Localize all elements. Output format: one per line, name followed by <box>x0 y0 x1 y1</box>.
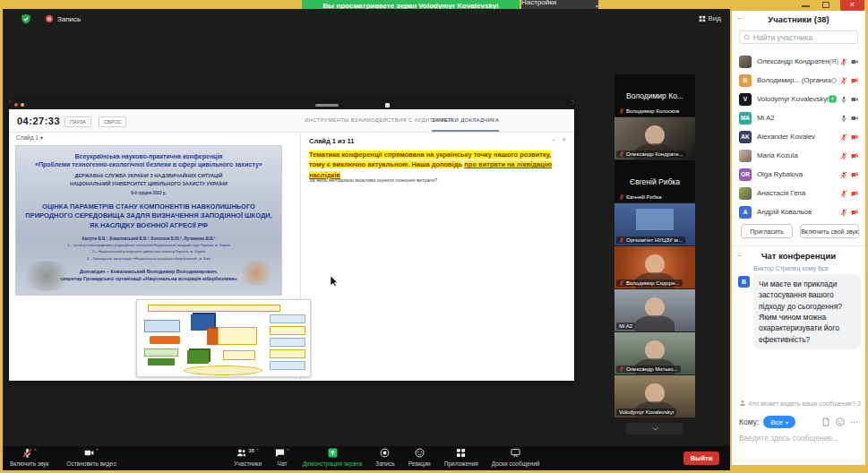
maximize-button[interactable] <box>822 2 829 8</box>
participant-row[interactable]: MA Mi A2 <box>732 108 865 127</box>
participant-name: Alexander Kovalev <box>757 133 840 141</box>
view-label: Вид <box>709 14 721 22</box>
minimize-button[interactable] <box>802 5 810 7</box>
participant-name: Андрій Ковальов <box>757 208 840 216</box>
smiley-icon <box>415 448 425 458</box>
notes-zoom-controls: - + <box>553 135 566 144</box>
timer-reset-button[interactable]: Сброс <box>99 116 126 127</box>
next-slide-thumbnail[interactable] <box>136 299 311 377</box>
slide-authors: Калугін В.В.¹, Ковалевський В.В.³, Колос… <box>24 236 273 241</box>
window-dot-yellow[interactable] <box>21 103 24 107</box>
diagram-box <box>270 361 305 370</box>
chat-recipient-row: Кому: Все ▾ ⋯ <box>739 416 858 428</box>
participant-row[interactable]: V Volodymyr Kovalevskyi <box>732 90 865 108</box>
meeting-toolbar: ^ Включить звук ^ Остановить видео 38^ У… <box>3 446 730 470</box>
video-options-caret[interactable]: ^ <box>96 448 99 453</box>
video-tile[interactable]: Володимир Сидоре... <box>614 246 695 288</box>
participants-panel-title: Участники (38) <box>732 14 865 24</box>
mute-options-caret[interactable]: ^ <box>34 448 37 453</box>
participant-search-box[interactable] <box>739 30 858 44</box>
participant-name: Olga Rybalova <box>757 170 840 178</box>
zoom-out-icon[interactable]: - <box>553 135 555 144</box>
chat-options-caret[interactable]: ^ <box>287 448 289 453</box>
screen: Вы просматриваете экран Volodymyr Kovale… <box>0 0 868 473</box>
window-dot-red[interactable] <box>14 103 18 107</box>
video-tile-label: Оргкомітет НУЦЗУ м... <box>616 236 685 244</box>
chat-message-input[interactable] <box>739 434 858 443</box>
reactions-label: Реакции <box>408 460 431 467</box>
unmute-self-button[interactable]: Включить свой звук <box>800 224 859 238</box>
avatar: В <box>739 74 752 87</box>
participant-row[interactable]: AK Alexander Kovalev <box>732 127 865 146</box>
muted-mic-icon <box>22 448 32 458</box>
collapse-video-strip-button[interactable] <box>626 423 683 434</box>
participants-button[interactable]: 38^ Участники <box>234 448 262 467</box>
more-options-icon[interactable]: ⋯ <box>850 417 858 426</box>
presentation-timer: 04:27:33 <box>17 116 60 126</box>
recording-indicator[interactable]: Запись <box>45 14 81 23</box>
video-tile[interactable]: Олександр Митько... <box>614 332 695 374</box>
stop-video-button[interactable]: ^ Остановить видео <box>66 448 116 467</box>
muted-mic-icon <box>840 58 847 65</box>
participant-row[interactable]: Maria Kozula <box>732 146 865 165</box>
self-indicator: (Я) <box>829 57 838 65</box>
file-attach-icon[interactable] <box>821 417 830 426</box>
diagram-box <box>148 358 175 366</box>
video-tile[interactable]: Mi A2 <box>614 289 695 331</box>
meeting-window: Запись Вид 04:27:33 Пауза Сброс ИНСТРУМЕ… <box>3 9 730 470</box>
speaker-notes-pane: Слайд 1 из 11 - + Тематика конференції с… <box>300 133 574 381</box>
reactions-button[interactable]: Реакции <box>408 448 431 467</box>
video-tile-name: Volodymyr Kovalevskyi <box>619 409 674 415</box>
grid-view-icon <box>699 15 706 22</box>
record-button[interactable]: Запись <box>375 448 394 467</box>
close-button[interactable]: × <box>840 0 864 11</box>
chat-recipient-value: Все <box>770 418 783 426</box>
diagram-box <box>270 338 305 347</box>
diagram-box <box>270 314 305 323</box>
chat-visibility-notice[interactable]: Кто может видеть ваши сообщения? Запись … <box>739 400 861 407</box>
participant-name: Володимир... (Организатор) <box>757 76 831 84</box>
zoom-in-icon[interactable]: + <box>562 135 566 144</box>
diagram-ellipse <box>184 366 262 375</box>
slide-selector[interactable]: Слайд 1 ▾ <box>16 134 43 142</box>
search-input[interactable] <box>753 33 854 42</box>
slide-conference-line2: «Проблеми техногенно-екологічної безпеки… <box>24 160 273 168</box>
participant-row[interactable]: Анастасія Гепа <box>732 184 865 202</box>
chat-label: Чат <box>278 460 288 467</box>
security-shield-icon[interactable] <box>21 13 31 24</box>
participant-row[interactable]: А Андрій Ковальов <box>732 202 865 221</box>
invite-button[interactable]: Пригласить <box>741 224 793 238</box>
apps-button[interactable]: Приложения <box>444 448 478 467</box>
chat-recipient-dropdown[interactable]: Все ▾ <box>763 416 795 428</box>
video-tile-name: Володимир Сидоре... <box>626 280 680 286</box>
mic-icon <box>840 96 847 103</box>
mute-button[interactable]: ^ Включить звук <box>10 448 48 467</box>
video-tile[interactable]: Олександр Кондрате... <box>614 117 695 159</box>
leave-button[interactable]: Выйти <box>683 452 719 465</box>
participants-options-caret[interactable]: ^ <box>256 448 259 453</box>
video-tile-name: Євгеній Рибка <box>626 194 661 200</box>
video-tile[interactable]: Володимир Ко... Володимир Колосков <box>614 74 695 116</box>
video-tile-active-speaker[interactable]: Volodymyr Kovalevskyi <box>614 375 695 417</box>
current-slide[interactable]: Всеукраїнська науково-практична конферен… <box>15 145 282 296</box>
slide-conference-line1: Всеукраїнська науково-практична конферен… <box>24 152 273 160</box>
timer-pause-button[interactable]: Пауза <box>64 116 91 127</box>
person-silhouette <box>645 383 665 403</box>
view-button[interactable]: Вид <box>699 14 721 22</box>
video-tile-label: Volodymyr Kovalevskyi <box>616 408 676 416</box>
video-tile[interactable]: Оргкомітет НУЦЗУ м... <box>614 203 695 245</box>
whiteboards-button[interactable]: Доски сообщений <box>492 448 540 467</box>
share-screen-button[interactable]: Демонстрация экрана <box>303 448 362 467</box>
chat-to-label: Кому: <box>739 417 759 426</box>
participant-row[interactable]: Олександр Кондратенко (... (Я) <box>732 52 865 71</box>
window-title-icon <box>385 103 390 108</box>
video-tile[interactable]: Євгеній Рибка Євгеній Рибка <box>614 160 695 202</box>
participant-row[interactable]: OR Olga Rybalova <box>732 165 865 184</box>
emoji-icon[interactable] <box>836 417 845 426</box>
chat-button[interactable]: ^ Чат <box>275 448 289 467</box>
tab-speaker-notes[interactable]: ЗАМЕТКИ ДОКЛАДЧИКА <box>432 109 499 132</box>
stop-video-label: Остановить видео <box>66 460 116 467</box>
participant-row[interactable]: В Володимир... (Организатор) <box>732 71 865 90</box>
participants-label: Участники <box>234 460 262 467</box>
muted-mic-icon <box>619 366 624 372</box>
